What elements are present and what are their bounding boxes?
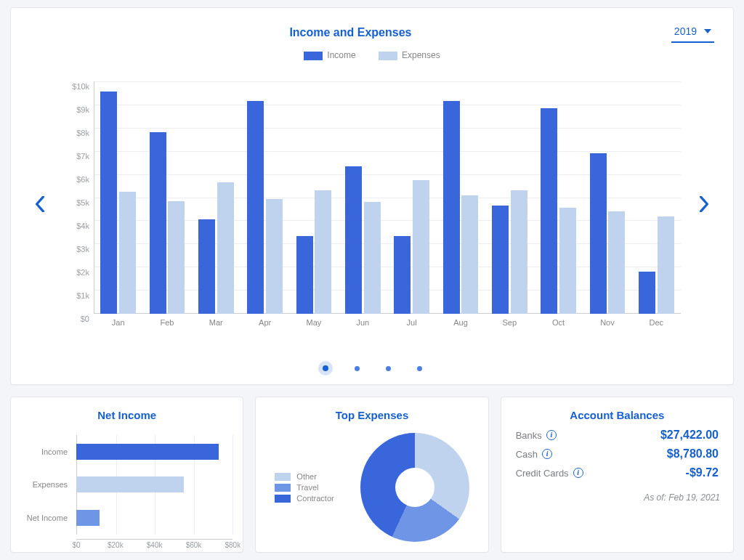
balance-row: Cashi$8,780.80 [516,447,719,460]
month-label: Dec [632,314,681,327]
bar-income [296,236,313,314]
month-column: Jan [94,81,142,314]
y-tick-label: $3k [56,245,89,253]
carousel-dot[interactable] [417,366,422,371]
prev-button[interactable] [30,194,50,214]
net-row-label: Expenses [21,480,72,489]
income-expenses-card: Income and Expenses 2019 Income Expenses… [10,7,734,385]
net-row: Income [21,435,232,468]
net-income-title: Net Income [24,409,230,421]
net-row-label: Income [21,447,72,456]
net-bar [76,476,184,492]
y-tick-label: $1k [56,291,89,300]
legend-swatch [275,495,291,503]
bar-income [100,92,117,314]
carousel-dots [30,361,714,374]
legend-label-income: Income [327,50,355,60]
month-label: Feb [142,314,191,327]
balance-value: $27,422.00 [660,429,719,442]
x-tick-label: $20k [108,541,124,549]
net-row: Expenses [21,468,232,502]
y-tick-label: $2k [56,268,89,277]
month-label: Oct [534,314,583,327]
net-row: Net Income [21,501,232,535]
legend-label: Contractor [296,494,333,503]
bar-expenses [658,216,674,314]
x-tick-label: $0 [72,541,80,549]
bar-expenses [266,199,283,314]
donut-chart [360,433,469,542]
bar-income [443,101,460,314]
chevron-right-icon [699,196,709,212]
bar-expenses [608,211,625,314]
y-tick-label: $9k [56,105,89,114]
balance-row: Banksi$27,422.00 [516,429,719,442]
chevron-down-icon [704,29,711,33]
y-tick-label: $0 [56,315,89,323]
legend-label-expenses: Expenses [402,50,440,60]
month-label: Nov [583,314,631,327]
donut-legend: OtherTravelContractor [275,470,333,505]
month-label: Sep [485,314,534,327]
bar-income [150,132,166,314]
balance-value: -$9.72 [686,466,719,479]
bar-income [541,108,557,314]
month-label: Jun [339,314,387,327]
bar-income [492,206,509,314]
month-column: Sep [485,81,534,314]
year-select[interactable]: 2019 [671,23,714,43]
month-column: Nov [583,81,631,314]
bar-expenses [315,190,331,314]
bar-expenses [511,190,527,314]
donut-legend-row: Other [275,472,333,481]
x-tick-label: $80k [225,541,240,549]
info-icon[interactable]: i [546,430,557,440]
next-button[interactable] [694,194,714,214]
month-column: May [289,81,338,314]
income-expenses-plot: $0$1k$2k$3k$4k$5k$6k$7k$8k$9k$10k JanFeb… [56,81,688,336]
account-balances-card: Account Balances Banksi$27,422.00Cashi$8… [501,397,734,553]
balance-row: Credit Cardsi-$9.72 [516,466,719,479]
carousel-dot[interactable] [323,365,328,371]
month-column: Mar [192,81,240,314]
x-tick-label: $40k [147,541,163,549]
net-bar [76,444,219,460]
net-income-card: Net Income IncomeExpensesNet Income $0$2… [10,397,243,553]
month-column: Aug [436,81,485,314]
info-icon[interactable]: i [542,449,552,459]
x-tick-label: $60k [186,541,202,549]
net-bar [76,510,100,526]
month-label: May [289,314,338,327]
bar-income [590,153,607,314]
net-row-label: Net Income [21,514,72,522]
bar-expenses [364,202,381,314]
info-icon[interactable]: i [573,468,583,478]
bar-expenses [168,201,185,314]
chart-legend: Income Expenses [30,50,714,60]
y-tick-label: $5k [56,198,89,207]
bar-income [639,272,655,314]
month-label: Jul [387,314,436,327]
bar-income [345,166,362,314]
y-tick-label: $8k [56,129,89,137]
month-label: Aug [436,314,485,327]
top-expenses-card: Top Expenses OtherTravelContractor [255,397,488,553]
month-column: Apr [240,81,289,314]
donut-legend-row: Contractor [275,494,333,503]
balance-label: Credit Cardsi [516,468,583,479]
legend-label: Other [296,472,317,481]
carousel-dot[interactable] [386,366,391,371]
y-tick-label: $4k [56,222,89,230]
bar-expenses [461,195,478,314]
year-value: 2019 [674,25,697,37]
month-column: Dec [632,81,681,314]
chart-title: Income and Expenses [30,26,671,39]
bar-expenses [119,192,136,314]
balance-value: $8,780.80 [667,447,719,460]
month-column: Feb [142,81,191,314]
legend-label: Travel [296,483,318,492]
month-label: Jan [94,314,142,327]
y-tick-label: $10k [56,82,89,91]
carousel-dot[interactable] [355,366,360,371]
bar-income [198,219,215,314]
